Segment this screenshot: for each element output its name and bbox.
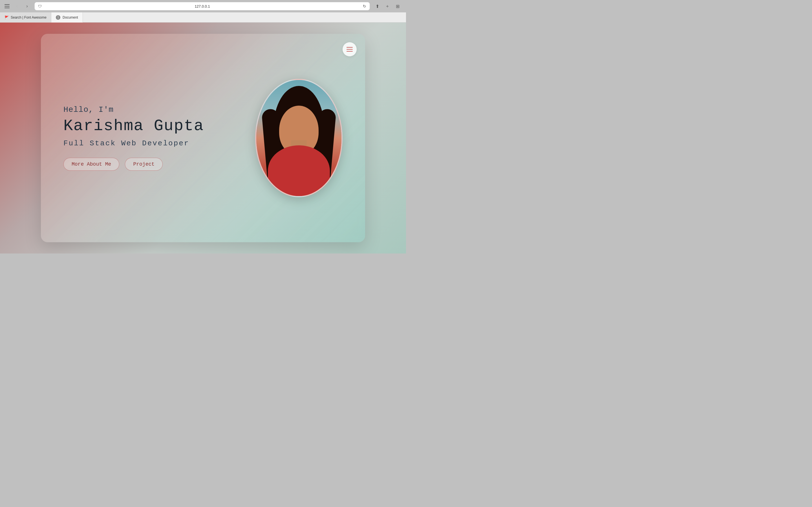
webpage-content: Hello, I'm Karishma Gupta Full Stack Web…: [0, 22, 406, 253]
forward-button[interactable]: ›: [23, 2, 31, 10]
tab-document[interactable]: 1 Document: [51, 12, 83, 22]
hero-greeting: Hello, I'm: [63, 105, 244, 114]
hero-buttons: More About Me Project: [63, 158, 244, 171]
project-button[interactable]: Project: [125, 158, 163, 171]
portfolio-card: Hello, I'm Karishma Gupta Full Stack Web…: [41, 34, 365, 242]
browser-toolbar: ‹ › 🛡 ↻ ⬆ ＋ ⊞: [0, 0, 406, 12]
reload-button[interactable]: ↻: [363, 4, 366, 8]
tab-label-1: Search | Font Awesome: [11, 15, 47, 19]
tab-overview-button[interactable]: ⊞: [394, 2, 402, 10]
hero-content: Hello, I'm Karishma Gupta Full Stack Web…: [63, 105, 244, 171]
shield-icon: 🛡: [38, 4, 42, 8]
hero-image-container: [255, 79, 343, 197]
tab-label-2: Document: [63, 15, 78, 19]
sidebar-bar-2: [4, 6, 10, 6]
share-button[interactable]: ⬆: [373, 2, 381, 10]
browser-chrome: ‹ › 🛡 ↻ ⬆ ＋ ⊞ 🚩 Search | Font Awesome 1 …: [0, 0, 406, 22]
new-tab-button[interactable]: ＋: [384, 2, 391, 10]
back-button[interactable]: ‹: [13, 2, 21, 10]
sidebar-bar-3: [4, 8, 10, 8]
hero-title: Full Stack Web Developer: [63, 139, 244, 148]
hamburger-menu-button[interactable]: [343, 42, 357, 56]
tab-badge-2: 1: [56, 15, 60, 20]
browser-actions: ⬆ ＋ ⊞: [373, 2, 402, 10]
sidebar-toggle[interactable]: [4, 4, 10, 8]
profile-photo: [255, 79, 343, 197]
tab-favicon-1: 🚩: [4, 15, 8, 19]
address-bar-container[interactable]: 🛡 ↻: [35, 2, 370, 10]
hero-name: Karishma Gupta: [63, 117, 244, 135]
sidebar-icon: [4, 4, 10, 8]
address-input[interactable]: [44, 4, 361, 8]
portrait-body: [268, 145, 330, 196]
hamburger-line-1: [347, 47, 353, 48]
tab-font-awesome[interactable]: 🚩 Search | Font Awesome: [0, 12, 51, 22]
tabs-bar: 🚩 Search | Font Awesome 1 Document: [0, 12, 406, 22]
hamburger-line-2: [347, 49, 353, 50]
more-about-me-button[interactable]: More About Me: [63, 158, 119, 171]
hamburger-line-3: [347, 51, 353, 52]
browser-nav: ‹ ›: [13, 2, 31, 10]
sidebar-bar-1: [4, 4, 10, 5]
